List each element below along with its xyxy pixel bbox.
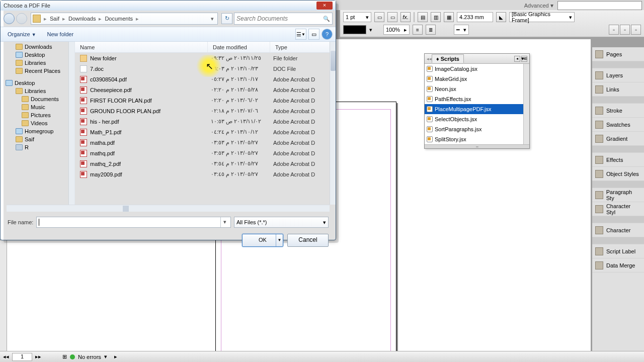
- tree-item[interactable]: Libraries: [1, 59, 74, 67]
- chevron-right-icon[interactable]: ▸: [135, 16, 140, 22]
- file-row[interactable]: FIRST FLOOR PLAN.pdf٢٠١٣/٠٦/٠٢ م ٠٢:٢٠Ad…: [75, 95, 336, 106]
- corner-icon[interactable]: ◣: [496, 12, 506, 22]
- script-item[interactable]: SortParagraphs.jsx: [425, 124, 529, 134]
- opt-btn-a[interactable]: ▭: [374, 12, 384, 22]
- tree-item[interactable]: Videos: [1, 119, 74, 127]
- fx-button[interactable]: fx.: [400, 12, 411, 22]
- tree-item[interactable]: R: [1, 143, 74, 151]
- tree-scrollbar[interactable]: [68, 42, 74, 205]
- panel-resize-grip[interactable]: ┅: [425, 144, 529, 148]
- align-center-icon[interactable]: ≣: [426, 25, 436, 35]
- file-row[interactable]: GROUND FLOOR PLAN.pdf٢٠١٣/٠٧/٠٦ م ٠٢:١٨A…: [75, 106, 336, 116]
- dock-panel-swatches[interactable]: Swatches: [592, 118, 644, 132]
- refresh-button[interactable]: ↻: [221, 13, 232, 24]
- opt-btn-b[interactable]: ▭: [387, 12, 397, 22]
- tree-item[interactable]: Libraries: [1, 87, 74, 95]
- breadcrumb-seg-2[interactable]: Documents: [103, 16, 135, 22]
- dock-panel-script-label[interactable]: Script Label: [592, 244, 644, 258]
- status-dropdown-icon[interactable]: ▾: [104, 353, 107, 360]
- object-style-select[interactable]: [Basic Graphics Frame]▾: [509, 12, 575, 22]
- search-icon[interactable]: 🔍: [323, 16, 330, 22]
- file-row[interactable]: mathq_2.pdf٢٠١٣/٠٥/٢٧ م ٠٣:٥٤Adobe Acrob…: [75, 158, 336, 169]
- breadcrumb[interactable]: ▸ Saif ▸ Downloads ▸ Documents ▸ ▾: [31, 13, 218, 25]
- column-date[interactable]: Date modified: [208, 42, 270, 52]
- column-name[interactable]: Name: [75, 42, 208, 52]
- file-row[interactable]: mathq.pdf٢٠١٣/٠٥/٢٧ م ٠٣:٥٣Adobe Acrobat…: [75, 148, 336, 158]
- preview-pane-button[interactable]: ▭: [308, 29, 319, 40]
- dock-panel-character-styl[interactable]: Character Styl: [592, 202, 644, 216]
- dock-panel-data-merge[interactable]: Data Merge: [592, 258, 644, 273]
- small-btn-1[interactable]: ▫: [609, 25, 619, 35]
- dimension-input[interactable]: 4.233 mm: [457, 12, 493, 22]
- tree-item[interactable]: Saif: [1, 135, 74, 143]
- script-item[interactable]: PlaceMultipagePDF.jsx: [425, 104, 529, 114]
- small-btn-2[interactable]: ▫: [620, 25, 630, 35]
- dock-panel-effects[interactable]: Effects: [592, 153, 644, 167]
- file-row[interactable]: matha.pdf٢٠١٣/٠٥/٢٧ م ٠٣:٥٣Adobe Acrobat…: [75, 137, 336, 148]
- page-number-input[interactable]: 1: [12, 353, 32, 361]
- preflight-icon[interactable]: ⊞: [62, 353, 67, 360]
- breadcrumb-dropdown-icon[interactable]: ▾: [209, 16, 216, 22]
- chevron-right-icon[interactable]: ▸: [98, 16, 103, 22]
- scripts-tab[interactable]: ♦ Scripts: [432, 54, 464, 63]
- small-btn-3[interactable]: ▫: [631, 25, 641, 35]
- file-row[interactable]: may2009.pdf٢٠١٣/٠٥/٢٧ م ٠٣:٤٥Adobe Acrob…: [75, 169, 336, 179]
- script-item[interactable]: PathEffects.jsx: [425, 94, 529, 104]
- page-prev-icon[interactable]: ◂◂: [3, 353, 9, 360]
- panel-menu-icon[interactable]: ▾≡: [521, 55, 527, 62]
- chevron-right-icon[interactable]: ▸: [43, 16, 48, 22]
- zoom-input[interactable]: 100%▸: [383, 25, 410, 35]
- dock-panel-pages[interactable]: Pages: [592, 47, 644, 61]
- page-next-icon[interactable]: ▸▸: [35, 353, 41, 360]
- align-left-icon[interactable]: ≡: [413, 25, 423, 35]
- tree-item[interactable]: Downloads: [1, 43, 74, 51]
- ok-split-dropdown[interactable]: ▼: [276, 234, 283, 246]
- help-icon[interactable]: ?: [321, 29, 333, 40]
- script-item[interactable]: SplitStory.jsx: [425, 134, 529, 144]
- filename-dropdown-icon[interactable]: ▾: [220, 217, 228, 227]
- new-folder-button[interactable]: New folder: [43, 30, 78, 38]
- misc-select[interactable]: ━▾: [454, 25, 469, 35]
- dock-panel-character[interactable]: Character: [592, 223, 644, 237]
- folder-tree[interactable]: DownloadsDesktopLibrariesRecent PlacesDe…: [1, 42, 75, 205]
- breadcrumb-seg-0[interactable]: Saif: [48, 16, 61, 22]
- horizontal-scrollbar[interactable]: [7, 205, 330, 212]
- dropdown-icon[interactable]: ▾: [369, 27, 372, 33]
- script-item[interactable]: ImageCatalog.jsx: [425, 64, 529, 74]
- file-row[interactable]: 7.doc٢٠١٣/١٠/٢٣ م ٠٦:٠٣DOC File: [75, 63, 336, 74]
- cancel-button[interactable]: Cancel: [287, 234, 329, 247]
- organize-button[interactable]: Organize▼: [4, 30, 40, 38]
- script-item[interactable]: Neon.jsx: [425, 84, 529, 94]
- status-nav-icon[interactable]: ▸: [114, 353, 117, 360]
- tree-item[interactable]: [1, 75, 74, 79]
- wrap-around-icon[interactable]: ▥: [431, 12, 441, 22]
- tree-item[interactable]: Pictures: [1, 111, 74, 119]
- dock-panel-stroke[interactable]: Stroke: [592, 104, 644, 118]
- chevron-right-icon[interactable]: ▸: [61, 16, 66, 22]
- tree-item[interactable]: Homegroup: [1, 127, 74, 135]
- help-search[interactable]: [557, 1, 642, 10]
- toolbox[interactable]: [0, 240, 7, 351]
- script-item[interactable]: MakeGrid.jsx: [425, 74, 529, 84]
- tree-item[interactable]: Desktop: [1, 79, 74, 87]
- filename-input[interactable]: ▾: [36, 217, 231, 228]
- file-type-filter[interactable]: All Files (*.*)▾: [234, 217, 329, 228]
- forward-button[interactable]: [16, 13, 27, 24]
- tree-item[interactable]: Music: [1, 103, 74, 111]
- scripts-scrollbar[interactable]: [523, 64, 529, 144]
- column-type[interactable]: Type: [270, 42, 336, 52]
- dock-panel-gradient[interactable]: Gradient: [592, 132, 644, 146]
- back-button[interactable]: [4, 13, 15, 24]
- stroke-swatch[interactable]: [343, 25, 366, 34]
- wrap-jump-icon[interactable]: ▦: [444, 12, 454, 22]
- tree-item[interactable]: Desktop: [1, 51, 74, 59]
- wrap-none-icon[interactable]: ▤: [418, 12, 428, 22]
- tree-item[interactable]: Recent Places: [1, 67, 74, 75]
- close-icon[interactable]: ×: [316, 2, 333, 10]
- ok-button[interactable]: OK▼: [242, 234, 283, 247]
- search-input[interactable]: [236, 15, 323, 22]
- view-mode-button[interactable]: ☰▼: [295, 29, 306, 40]
- tree-item[interactable]: Documents: [1, 95, 74, 103]
- search-box[interactable]: 🔍: [234, 13, 333, 25]
- file-row[interactable]: c03908504.pdf٢٠١٣/١٠/١٧ م ٠٥:٢٧Adobe Acr…: [75, 74, 336, 84]
